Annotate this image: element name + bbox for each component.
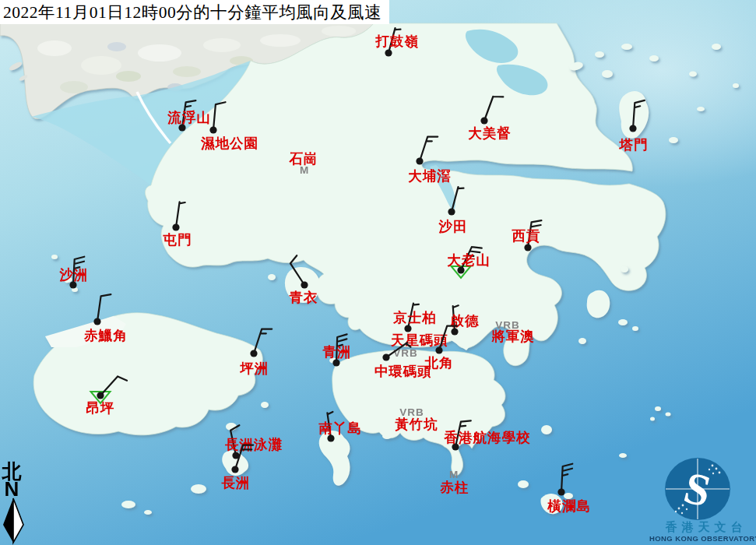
station-dot bbox=[172, 223, 179, 230]
station-label: 昂坪 bbox=[86, 400, 115, 416]
station-dot bbox=[97, 392, 104, 399]
station-label: 西貢 bbox=[512, 228, 541, 244]
station-dot bbox=[382, 353, 389, 360]
station-label: 北角 bbox=[424, 355, 454, 371]
station-label: 大美督 bbox=[468, 125, 512, 141]
station-label: 青衣 bbox=[289, 290, 318, 305]
station-label: 橫瀾島 bbox=[547, 498, 591, 514]
station-label: 長洲 bbox=[221, 475, 251, 490]
station-dot bbox=[332, 359, 339, 366]
station-dot bbox=[250, 350, 257, 357]
station-dot bbox=[435, 346, 442, 353]
station-label: 屯門 bbox=[163, 232, 192, 248]
station-label: 將軍澳 bbox=[491, 329, 535, 344]
station-dot bbox=[448, 208, 455, 215]
station-label: 京士柏 bbox=[392, 310, 437, 325]
station-dot bbox=[93, 318, 100, 325]
hko-logo-chinese: 香港天文台 bbox=[665, 520, 747, 533]
station-dot bbox=[557, 488, 564, 495]
station-label: 沙洲 bbox=[59, 267, 89, 283]
station-dot bbox=[629, 125, 636, 132]
station-label: 大埔滘 bbox=[408, 168, 452, 184]
station-dot bbox=[404, 325, 411, 332]
station-dot bbox=[524, 244, 531, 251]
station-label: 天星碼頭 bbox=[390, 332, 448, 348]
station-dot bbox=[301, 281, 308, 288]
station-label: 坪洲 bbox=[240, 360, 269, 376]
station-label: 南丫島 bbox=[318, 420, 362, 436]
station-label: 香港航海學校 bbox=[444, 430, 531, 445]
station-label: 中環碼頭 bbox=[374, 364, 432, 379]
station-label: 赤柱 bbox=[440, 480, 469, 495]
station-label: 石崗 bbox=[289, 151, 318, 167]
missing-data-marker: M bbox=[449, 469, 459, 480]
station-label: 流浮山 bbox=[167, 110, 211, 125]
station-dot bbox=[231, 466, 238, 473]
station-dot bbox=[209, 126, 216, 133]
station-dot bbox=[480, 117, 487, 124]
station-label: 赤鱲角 bbox=[83, 328, 128, 343]
wind-map-screen: 打鼓嶺流浮山濕地公園M石崗大美督塔門大埔滘沙田屯門西貢沙洲大老山青衣赤鱲角京士柏… bbox=[0, 0, 756, 545]
hko-logo-english: HONG KONG OBSERVATORY bbox=[649, 534, 756, 543]
station-label: 沙田 bbox=[438, 219, 468, 234]
station-label: 黃竹坑 bbox=[395, 417, 438, 432]
compass-north-letter: N bbox=[5, 477, 19, 501]
station-label: 打鼓嶺 bbox=[374, 33, 419, 49]
station-dot bbox=[385, 49, 392, 56]
station-label: 大老山 bbox=[447, 252, 491, 268]
station-label: 塔門 bbox=[619, 137, 649, 153]
map-title: 2022年11月01日12時00分的十分鐘平均風向及風速 bbox=[0, 0, 389, 24]
station-dot bbox=[451, 328, 458, 335]
hong-kong-wind-map: 打鼓嶺流浮山濕地公園M石崗大美督塔門大埔滘沙田屯門西貢沙洲大老山青衣赤鱲角京士柏… bbox=[0, 0, 756, 545]
variable-wind-marker: VRB bbox=[393, 347, 418, 359]
station-label: 濕地公園 bbox=[200, 135, 258, 151]
station-dot bbox=[416, 157, 423, 164]
station-label: 青洲 bbox=[322, 344, 352, 360]
